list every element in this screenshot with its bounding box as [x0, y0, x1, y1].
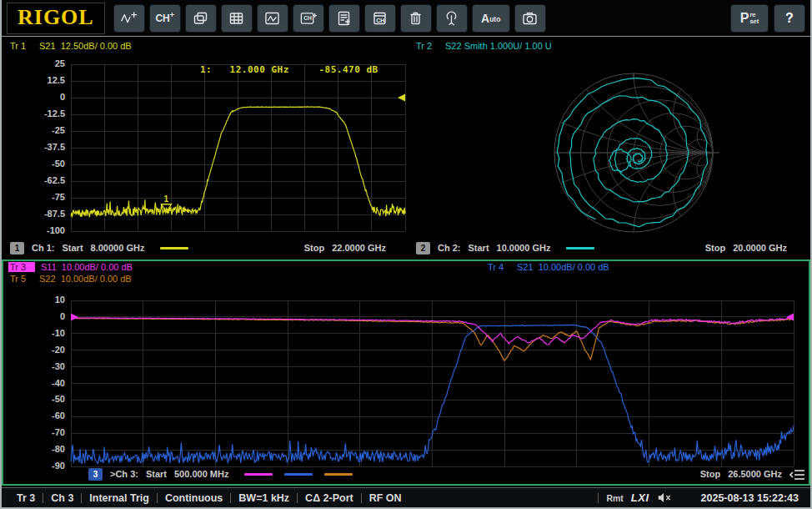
measurement-table-button[interactable]	[221, 4, 253, 33]
trace-color-swatch	[566, 247, 594, 249]
menu-expand-icon[interactable]	[789, 468, 806, 481]
screenshot-button[interactable]	[514, 4, 546, 33]
auto-icon: A	[481, 12, 489, 25]
trace-color-swatch	[160, 247, 188, 249]
status-item-continuous[interactable]: Continuous	[158, 492, 230, 504]
ch3-start-value[interactable]: 500.000 MHz	[174, 469, 228, 479]
grid	[71, 64, 405, 231]
doc-ch-icon: CH	[371, 10, 388, 27]
rigol-logo: RIGOL	[7, 3, 105, 34]
ch2-badge[interactable]: 2	[416, 242, 430, 254]
tr4-label[interactable]: Tr 4	[488, 262, 511, 272]
status-item-tr-3[interactable]: Tr 3	[13, 492, 43, 504]
w3-trace-swatches	[236, 473, 353, 476]
w2-trace-swatches	[558, 247, 594, 249]
tr5-params[interactable]: S22 10.00dB/ 0.00 dB	[39, 274, 132, 284]
w2-smith-chart[interactable]	[408, 38, 810, 258]
window-layout-button[interactable]	[185, 4, 217, 33]
trace-setup-list-button[interactable]	[328, 4, 360, 33]
preset-button[interactable]: P re set	[730, 4, 769, 33]
vna-screen: RIGOL CH+CHCHAuto P re set ? Tr 1 S21 12…	[0, 0, 812, 509]
status-item-ch-3[interactable]: Ch 3	[43, 492, 81, 504]
tr3-params[interactable]: S11 10.00dB/ 0.00 dB	[41, 262, 133, 272]
auto-scale-button[interactable]: Auto	[472, 4, 510, 33]
toolbar-buttons: CH+CHCHAuto	[113, 4, 546, 33]
status-right: Rmt LXI 2025-08-13 15:22:43	[598, 491, 799, 504]
help-button[interactable]: ?	[774, 4, 805, 33]
status-items: Tr 3Ch 3Internal TrigContinuousBW=1 kHzC…	[13, 492, 409, 504]
trace-color-swatch	[324, 473, 353, 476]
ch2-start-value[interactable]: 10.0000 GHz	[497, 243, 551, 253]
w3-header-row2: Tr 5 S22 10.00dB/ 0.00 dB	[10, 274, 132, 284]
ch3-label: >Ch 3:	[110, 469, 138, 479]
datetime: 2025-08-13 15:22:43	[701, 492, 799, 504]
reference-level-marker[interactable]	[71, 313, 78, 320]
ch2-stop-value[interactable]: 20.0000 GHz	[733, 243, 787, 253]
delete-button[interactable]	[400, 4, 432, 33]
w3-header-row1: Tr 3 S11 10.00dB/ 0.00 dB	[10, 262, 133, 272]
marker1-number: 1	[164, 194, 169, 204]
lxi-indicator: LXI	[631, 491, 649, 504]
window-ch1[interactable]: Tr 1 S21 12.50dB/ 0.00 dB 2512.50-12.5-2…	[2, 38, 406, 258]
window-trace-icon	[263, 10, 281, 27]
preset-label-big: P	[740, 11, 749, 26]
status-item-bw-1-khz[interactable]: BW=1 kHz	[231, 492, 297, 504]
trace-color-swatch	[284, 473, 313, 476]
svg-text:CH: CH	[303, 15, 312, 21]
toolbar: RIGOL CH+CHCHAuto P re set ?	[2, 0, 810, 37]
ch1-label: Ch 1:	[32, 243, 55, 253]
trace-add-button[interactable]	[113, 4, 145, 33]
tr4-params[interactable]: S21 10.00dB/ 0.00 dB	[517, 262, 609, 272]
camera-icon	[521, 10, 539, 27]
channel-add-icon: CH	[155, 13, 169, 24]
w2-footer: 2 Ch 2: Start 10.0000 GHz Stop 20.0000 G…	[416, 241, 787, 254]
tr5-label[interactable]: Tr 5	[10, 274, 33, 284]
window-ch2[interactable]: Tr 2 S22 Smith 1.000U/ 1.00 U 2 Ch 2: St…	[408, 38, 810, 258]
trace-add-icon	[120, 10, 138, 27]
ch1-start-label: Start	[63, 243, 83, 253]
reference-level-marker[interactable]	[398, 94, 405, 102]
window-channel-icon: CH	[299, 10, 317, 27]
w1-header: Tr 1 S21 12.50dB/ 0.00 dB	[10, 41, 132, 51]
w3-header-tr4: Tr 4 S21 10.00dB/ 0.00 dB	[488, 262, 609, 272]
window-ch3-active[interactable]: Tr 3 S11 10.00dB/ 0.00 dB Tr 4 S21 10.00…	[2, 260, 810, 486]
channel-add-button[interactable]: CH+	[149, 4, 181, 33]
status-item-c-2-port[interactable]: CΔ 2-Port	[298, 492, 361, 504]
status-item-internal-trig[interactable]: Internal Trig	[82, 492, 157, 504]
tr3-label-badge[interactable]: Tr 3	[8, 262, 35, 272]
ch2-label: Ch 2:	[438, 243, 461, 253]
ch3-stop-value[interactable]: 26.5000 GHz	[728, 469, 782, 479]
channel-window-add-button[interactable]: CH	[293, 4, 324, 33]
status-item-rf-on[interactable]: RF ON	[362, 492, 409, 504]
touch-icon	[443, 10, 460, 27]
tr2-params[interactable]: S22 Smith 1.000U/ 1.00 U	[445, 41, 552, 51]
ch2-start-label: Start	[469, 243, 489, 253]
speaker-muted-icon	[657, 492, 672, 503]
w2-header: Tr 2 S22 Smith 1.000U/ 1.00 U	[416, 41, 552, 51]
channel-setup-button[interactable]: CH	[364, 4, 396, 33]
w1-footer: 1 Ch 1: Start 8.00000 GHz Stop 22.0000 G…	[10, 241, 386, 254]
ch1-stop-value[interactable]: 22.0000 GHz	[332, 243, 386, 253]
ch1-stop-label: Stop	[304, 243, 324, 253]
ch1-badge[interactable]: 1	[10, 242, 24, 254]
status-bar: Tr 3Ch 3Internal TrigContinuousBW=1 kHzC…	[2, 487, 810, 507]
stack-icon	[192, 10, 209, 27]
touch-mode-button[interactable]	[436, 4, 468, 33]
trace-window-button[interactable]	[257, 4, 288, 33]
w3-footer: 3 >Ch 3: Start 500.000 MHz Stop 26.5000 …	[88, 467, 782, 481]
marker1-readout: 1: 12.000 GHz -85.470 dB	[200, 64, 378, 75]
ch3-badge[interactable]: 3	[88, 468, 103, 481]
tr1-params[interactable]: S21 12.50dB/ 0.00 dB	[39, 41, 132, 51]
tr1-label[interactable]: Tr 1	[10, 41, 33, 51]
svg-text:CH: CH	[376, 17, 384, 23]
ch1-start-value[interactable]: 8.00000 GHz	[91, 243, 145, 253]
w1-trace-swatches	[152, 247, 188, 249]
trash-icon	[407, 10, 424, 27]
grid	[71, 300, 794, 466]
w3-plot[interactable]	[2, 260, 810, 486]
smith-grid	[408, 38, 810, 258]
trace-color-swatch	[244, 473, 273, 476]
tr2-label[interactable]: Tr 2	[416, 41, 439, 51]
ch2-stop-label: Stop	[705, 243, 725, 253]
preset-label-small: re set	[749, 12, 759, 25]
